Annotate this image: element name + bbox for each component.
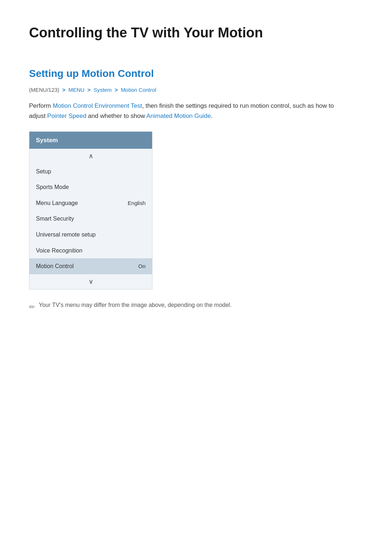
menu-item[interactable]: Smart Security <box>29 211 152 227</box>
menu-item-value: English <box>128 199 146 208</box>
breadcrumb-system: System <box>94 87 112 93</box>
menu-item-value: On <box>138 262 146 271</box>
menu-item-label: Sports Mode <box>36 182 69 192</box>
menu-item[interactable]: Menu LanguageEnglish <box>29 195 152 211</box>
breadcrumb-menu123: (MENU/123) <box>29 87 59 93</box>
note-row: ✏ Your TV's menu may differ from the ima… <box>29 300 363 313</box>
menu-item[interactable]: Voice Recognition <box>29 243 152 259</box>
menu-items-list: SetupSports ModeMenu LanguageEnglishSmar… <box>29 164 152 274</box>
description: Perform Motion Control Environment Test,… <box>29 101 341 121</box>
menu-item[interactable]: Sports Mode <box>29 179 152 195</box>
menu-item[interactable]: Motion ControlOn <box>29 258 152 274</box>
menu-item-label: Menu Language <box>36 198 78 208</box>
chevron-down[interactable]: ∨ <box>29 274 152 289</box>
note-icon: ✏ <box>29 301 35 313</box>
section-title: Setting up Motion Control <box>29 66 363 82</box>
menu-item-label: Motion Control <box>36 262 74 271</box>
menu-item[interactable]: Universal remote setup <box>29 227 152 243</box>
link-pointer-speed[interactable]: Pointer Speed <box>47 112 86 119</box>
chevron-up[interactable]: ∧ <box>29 149 152 164</box>
desc-after: . <box>211 112 213 119</box>
breadcrumb-arrow2: > <box>87 87 91 93</box>
note-text: Your TV's menu may differ from the image… <box>39 300 232 310</box>
menu-item[interactable]: Setup <box>29 164 152 180</box>
menu-item-label: Smart Security <box>36 214 74 223</box>
menu-item-label: Setup <box>36 167 51 176</box>
menu-item-label: Voice Recognition <box>36 246 82 255</box>
breadcrumb-arrow1: > <box>62 87 66 93</box>
page-title: Controlling the TV with Your Motion <box>29 22 363 48</box>
link-animated-guide[interactable]: Animated Motion Guide <box>146 112 211 119</box>
breadcrumb-menu: MENU <box>68 87 84 93</box>
desc-middle2: and whether to show <box>86 112 146 119</box>
breadcrumb-motion-control: Motion Control <box>121 87 156 93</box>
menu-item-label: Universal remote setup <box>36 230 96 239</box>
menu-box-title: System <box>29 132 152 149</box>
breadcrumb: (MENU/123) > MENU > System > Motion Cont… <box>29 86 363 94</box>
breadcrumb-arrow3: > <box>115 87 118 93</box>
system-menu-box: System ∧ SetupSports ModeMenu LanguageEn… <box>29 131 152 290</box>
link-environment-test[interactable]: Motion Control Environment Test <box>53 102 142 109</box>
desc-before: Perform <box>29 102 53 109</box>
